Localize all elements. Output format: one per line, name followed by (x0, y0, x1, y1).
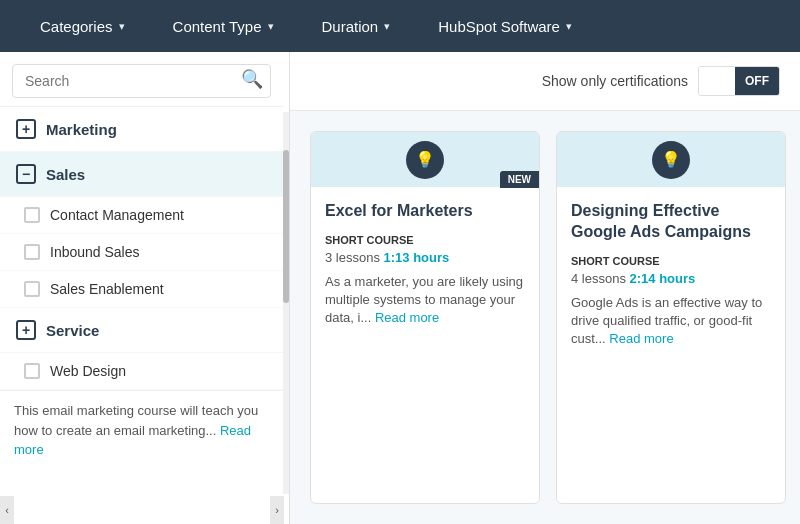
sidebar-inner: 🔍 + Marketing − Sales Contact Management (0, 52, 283, 524)
main-layout: 🔍 + Marketing − Sales Contact Management (0, 52, 800, 524)
card-description: Google Ads is an effective way to drive … (571, 294, 771, 493)
top-nav: Categories ▾ Content Type ▾ Duration ▾ H… (0, 0, 800, 52)
card-type: SHORT COURSE (325, 234, 525, 246)
certifications-label: Show only certifications (542, 73, 688, 89)
chevron-down-icon: ▾ (384, 20, 390, 33)
card-duration: 1:13 hours (384, 250, 450, 265)
sidebar-subitem-inbound-sales[interactable]: Inbound Sales (0, 234, 283, 271)
nav-categories[interactable]: Categories ▾ (16, 0, 149, 52)
nav-duration[interactable]: Duration ▾ (298, 0, 415, 52)
card-lessons: 4 lessons (571, 271, 626, 286)
card-header: 💡 (557, 132, 785, 187)
scroll-left-button[interactable]: ‹ (0, 496, 14, 524)
sidebar-dropdown: 🔍 + Marketing − Sales Contact Management (0, 52, 290, 524)
sidebar-scrollbar-thumb[interactable] (283, 150, 289, 303)
search-input[interactable] (12, 64, 271, 98)
expand-icon: + (16, 320, 36, 340)
card-meta: 4 lessons 2:14 hours (571, 271, 771, 286)
card-title: Designing Effective Google Ads Campaigns (571, 201, 771, 243)
new-badge: NEW (500, 171, 539, 188)
expand-icon: + (16, 119, 36, 139)
nav-duration-label: Duration (322, 18, 379, 35)
card-body: Designing Effective Google Ads Campaigns… (557, 187, 785, 503)
nav-hubspot-software-label: HubSpot Software (438, 18, 560, 35)
cards-grid: 💡 NEW Excel for Marketers SHORT COURSE 3… (290, 111, 800, 524)
card-body: Excel for Marketers SHORT COURSE 3 lesso… (311, 187, 539, 503)
card-lessons: 3 lessons (325, 250, 380, 265)
nav-content-type[interactable]: Content Type ▾ (149, 0, 298, 52)
chevron-down-icon: ▾ (566, 20, 572, 33)
card-duration: 2:14 hours (630, 271, 696, 286)
sidebar-scroll-area: + Marketing − Sales Contact Management I… (0, 107, 283, 524)
checkbox-contact-management[interactable] (24, 207, 40, 223)
card-read-more-link[interactable]: Read more (375, 310, 439, 325)
nav-hubspot-software[interactable]: HubSpot Software ▾ (414, 0, 596, 52)
nav-content-type-label: Content Type (173, 18, 262, 35)
card-excel-for-marketers: 💡 NEW Excel for Marketers SHORT COURSE 3… (310, 131, 540, 504)
chevron-down-icon: ▾ (268, 20, 274, 33)
sidebar-item-sales[interactable]: − Sales (0, 152, 283, 197)
dropdown-arrow (133, 52, 157, 64)
toggle-white-area[interactable] (699, 67, 735, 95)
sidebar-subitem-sales-enablement[interactable]: Sales Enablement (0, 271, 283, 308)
lightbulb-icon: 💡 (415, 150, 435, 169)
search-button[interactable]: 🔍 (241, 68, 263, 90)
bottom-course-preview: This email marketing course will teach y… (0, 390, 283, 470)
sidebar-item-service[interactable]: + Service (0, 308, 283, 353)
certifications-toggle[interactable]: OFF (698, 66, 780, 96)
card-meta: 3 lessons 1:13 hours (325, 250, 525, 265)
subitem-label: Contact Management (50, 207, 184, 223)
checkbox-web-design[interactable] (24, 363, 40, 379)
subitem-label: Web Design (50, 363, 126, 379)
sidebar-item-label: Sales (46, 166, 85, 183)
card-description: As a marketer, you are likely using mult… (325, 273, 525, 493)
nav-categories-label: Categories (40, 18, 113, 35)
card-title: Excel for Marketers (325, 201, 525, 222)
checkbox-sales-enablement[interactable] (24, 281, 40, 297)
content-top-bar: Show only certifications OFF (290, 52, 800, 111)
lightbulb-icon: 💡 (661, 150, 681, 169)
sidebar-scroll-buttons: ‹ › (0, 496, 284, 524)
card-icon-badge: 💡 (652, 141, 690, 179)
collapse-icon: − (16, 164, 36, 184)
sidebar-scrollbar (283, 112, 289, 494)
subitem-label: Sales Enablement (50, 281, 164, 297)
chevron-down-icon: ▾ (119, 20, 125, 33)
scroll-right-button[interactable]: › (270, 496, 284, 524)
sidebar-subitem-contact-management[interactable]: Contact Management (0, 197, 283, 234)
sidebar-subitem-web-design[interactable]: Web Design (0, 353, 283, 390)
search-icon: 🔍 (241, 69, 263, 89)
subitem-label: Inbound Sales (50, 244, 140, 260)
card-read-more-link[interactable]: Read more (609, 331, 673, 346)
content-area: Show only certifications OFF 💡 NEW Excel… (290, 52, 800, 524)
card-icon-badge: 💡 (406, 141, 444, 179)
sidebar-item-marketing[interactable]: + Marketing (0, 107, 283, 152)
toggle-off-label[interactable]: OFF (735, 67, 779, 95)
card-type: SHORT COURSE (571, 255, 771, 267)
card-header: 💡 NEW (311, 132, 539, 187)
sidebar-item-label: Marketing (46, 121, 117, 138)
card-google-ads: 💡 Designing Effective Google Ads Campaig… (556, 131, 786, 504)
checkbox-inbound-sales[interactable] (24, 244, 40, 260)
sidebar-item-label: Service (46, 322, 99, 339)
